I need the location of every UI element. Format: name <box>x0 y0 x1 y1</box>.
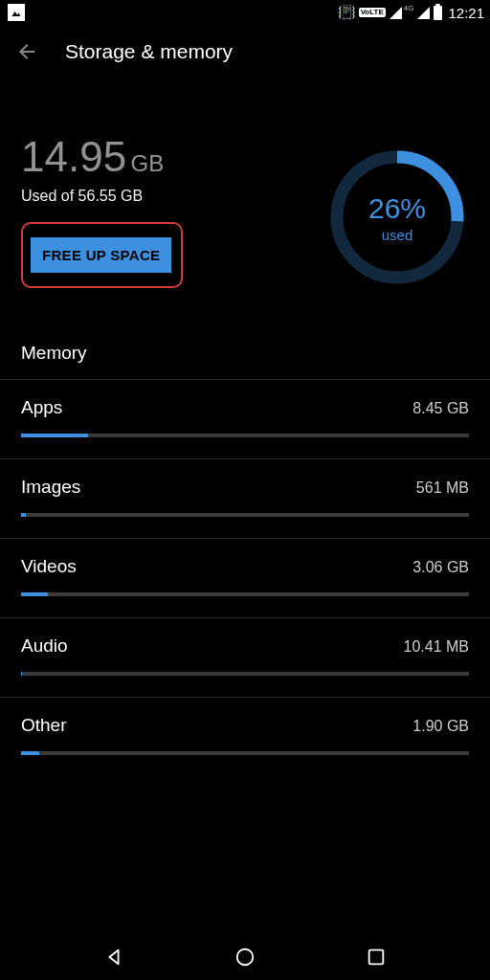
used-value: 14.95 <box>21 133 126 180</box>
svg-marker-0 <box>12 11 21 16</box>
highlight-annotation: FREE UP SPACE <box>21 222 183 288</box>
signal-icon-2 <box>417 7 430 19</box>
status-bar: 📳 VoLTE 4G 12:21 <box>0 0 490 25</box>
row-name: Videos <box>21 556 77 577</box>
bar-fill <box>21 434 88 437</box>
signal-icon-1 <box>390 7 402 19</box>
page-title: Storage & memory <box>65 40 233 63</box>
row-value: 561 MB <box>416 479 469 497</box>
svg-rect-3 <box>369 950 384 965</box>
row-value: 3.06 GB <box>412 559 469 576</box>
used-unit: GB <box>131 150 165 176</box>
app-header: Storage & memory <box>0 25 490 78</box>
nav-home-icon[interactable] <box>234 947 256 968</box>
row-name: Images <box>21 477 80 498</box>
row-name: Other <box>21 715 67 736</box>
ring-label: used <box>382 227 413 243</box>
bar-fill <box>21 592 48 596</box>
back-icon[interactable] <box>15 40 38 63</box>
clock: 12:21 <box>448 5 484 21</box>
nav-back-icon[interactable] <box>103 947 124 968</box>
used-amount: 14.95 GB <box>21 136 183 178</box>
navigation-bar <box>0 934 490 980</box>
usage-ring: 26% used <box>325 145 469 289</box>
bar <box>21 434 469 437</box>
row-value: 10.41 MB <box>404 638 469 656</box>
row-images[interactable]: Images 561 MB <box>0 458 490 538</box>
bar <box>21 513 469 517</box>
row-name: Apps <box>21 397 62 418</box>
row-name: Audio <box>21 635 68 657</box>
memory-section-header[interactable]: Memory <box>0 308 490 379</box>
bar-fill <box>21 672 22 676</box>
picture-icon <box>8 4 25 21</box>
network-label: 4G <box>404 4 414 12</box>
row-other[interactable]: Other 1.90 GB <box>0 697 490 776</box>
row-audio[interactable]: Audio 10.41 MB <box>0 617 490 697</box>
bar <box>21 592 469 596</box>
free-up-space-button[interactable]: FREE UP SPACE <box>31 237 171 273</box>
used-subtext: Used of 56.55 GB <box>21 188 183 205</box>
battery-icon <box>434 6 442 20</box>
row-value: 8.45 GB <box>412 400 469 417</box>
bar <box>21 672 469 676</box>
svg-point-2 <box>237 949 254 966</box>
row-value: 1.90 GB <box>412 718 469 735</box>
bar <box>21 751 469 755</box>
nav-recent-icon[interactable] <box>366 947 387 968</box>
ring-percent: 26% <box>368 192 426 225</box>
row-apps[interactable]: Apps 8.45 GB <box>0 379 490 458</box>
vibrate-icon: 📳 <box>338 4 355 21</box>
bar-fill <box>21 751 39 755</box>
volte-badge: VoLTE <box>359 8 386 17</box>
storage-summary: 14.95 GB Used of 56.55 GB FREE UP SPACE … <box>0 78 490 308</box>
bar-fill <box>21 513 26 517</box>
row-videos[interactable]: Videos 3.06 GB <box>0 538 490 617</box>
